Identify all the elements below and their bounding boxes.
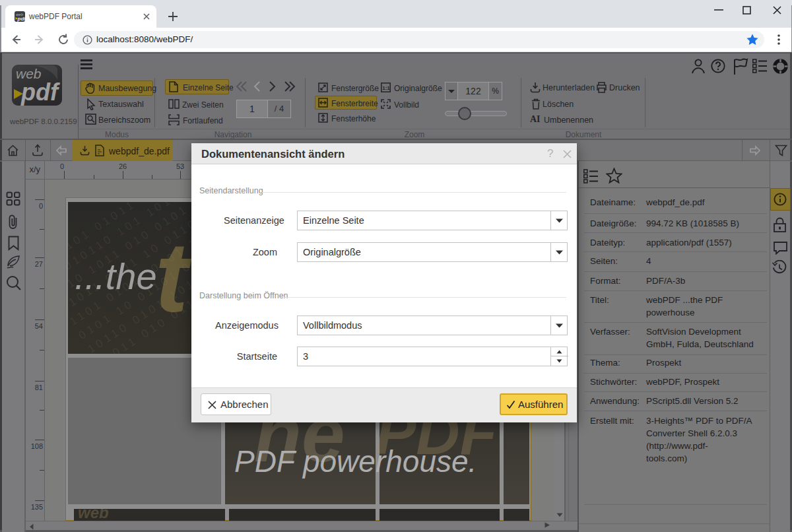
svg-text:1:1: 1:1 — [382, 85, 390, 91]
svg-text:pdf: pdf — [17, 16, 26, 22]
svg-text:pdf: pdf — [20, 79, 60, 106]
